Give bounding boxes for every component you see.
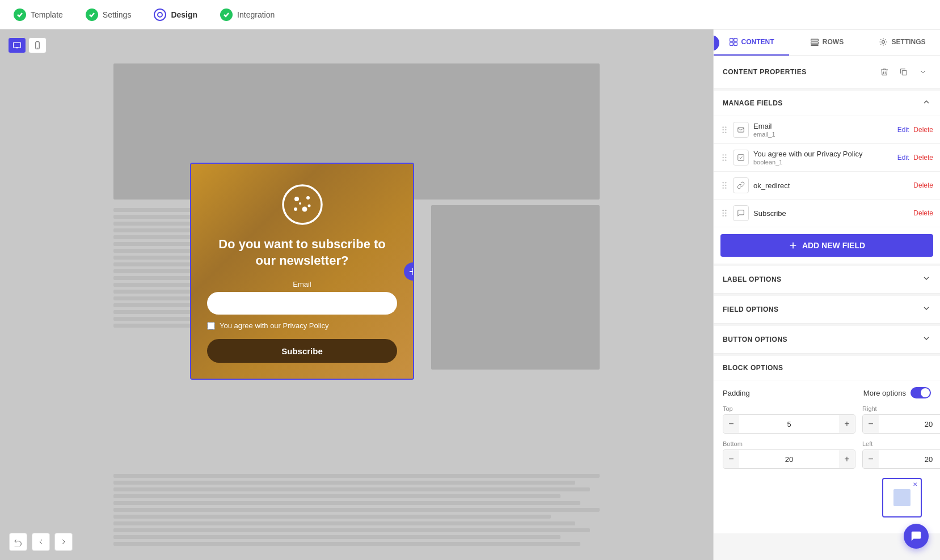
nav-step-template[interactable]: Template (14, 9, 63, 21)
privacy-checkbox[interactable] (207, 322, 215, 330)
desktop-view-button[interactable] (8, 37, 26, 53)
redirect-delete-button[interactable]: Delete (913, 181, 933, 189)
manage-fields-section: MANAGE FIELDS Email (714, 91, 940, 264)
popup-submit-button[interactable]: Subscribe (207, 339, 397, 363)
cookie-icon-wrapper (207, 182, 397, 227)
chat-bubble-button[interactable] (904, 524, 929, 549)
subscribe-field-name: Subscribe (753, 209, 909, 218)
email-type-icon (733, 122, 749, 138)
content-props-copy-button[interactable] (896, 64, 912, 80)
padding-top-label: Top (723, 405, 855, 412)
padding-bottom-input-row: − + (723, 449, 855, 469)
svg-point-39 (723, 185, 724, 186)
privacy-edit-button[interactable]: Edit (897, 154, 909, 162)
email-edit-button[interactable]: Edit (897, 126, 909, 134)
more-options-toggle[interactable] (911, 387, 931, 398)
padding-bottom-decrease-button[interactable]: − (723, 450, 739, 468)
field-drag-handle-email[interactable] (720, 126, 728, 134)
svg-point-31 (725, 154, 726, 155)
field-options-chevron-icon (922, 304, 931, 315)
svg-rect-1 (14, 43, 21, 48)
padding-bottom-increase-button[interactable]: + (839, 450, 855, 468)
right-panel: CONTENT ROWS SETTINGS CONTENT PROPERTIES (713, 29, 940, 560)
padding-visual-close-icon[interactable]: ✕ (913, 481, 917, 487)
svg-point-11 (307, 205, 310, 207)
svg-point-48 (725, 215, 726, 217)
subscribe-delete-button[interactable]: Delete (913, 209, 933, 217)
padding-right-input[interactable] (879, 415, 940, 433)
tab-content[interactable]: CONTENT (714, 29, 789, 56)
svg-rect-15 (734, 39, 737, 42)
padding-left-decrease-button[interactable]: − (863, 450, 879, 468)
privacy-delete-button[interactable]: Delete (913, 154, 933, 162)
content-props-collapse-button[interactable] (915, 64, 931, 80)
undo-button[interactable] (9, 533, 27, 551)
svg-point-33 (725, 157, 726, 158)
back-button[interactable] (32, 533, 50, 551)
padding-left-input-row: − + (862, 449, 940, 469)
field-drag-handle-redirect[interactable] (720, 181, 728, 189)
svg-point-43 (723, 210, 724, 211)
padding-bottom-input[interactable] (739, 450, 839, 468)
svg-rect-18 (811, 39, 818, 41)
canvas-bottom-lines (113, 471, 600, 549)
svg-point-32 (723, 157, 724, 158)
content-properties-actions (876, 64, 931, 80)
tab-rows-label: ROWS (823, 38, 844, 46)
popup-background: Do you want to subscribe to our newslett… (191, 164, 413, 379)
nav-step-integration[interactable]: Integration (220, 9, 275, 21)
forward-button[interactable] (54, 533, 73, 551)
field-options-header[interactable]: FIELD OPTIONS (714, 296, 940, 323)
svg-point-9 (302, 207, 307, 212)
field-drag-handle-subscribe[interactable] (720, 209, 728, 217)
padding-top-decrease-button[interactable]: − (723, 415, 739, 433)
svg-rect-29 (738, 128, 744, 132)
field-item-subscribe: Subscribe Delete (714, 200, 940, 227)
padding-inputs-grid: Top − + Right − + Bottom (714, 405, 940, 478)
padding-bottom-group: Bottom − + (723, 440, 855, 469)
button-options-header[interactable]: BUTTON OPTIONS (714, 326, 940, 353)
nav-step-design[interactable]: Design (154, 9, 197, 21)
checkbox-type-icon (733, 150, 749, 166)
design-label: Design (171, 10, 197, 19)
template-label: Template (31, 10, 63, 19)
nav-step-settings[interactable]: Settings (86, 9, 132, 21)
button-options-title: BUTTON OPTIONS (723, 336, 787, 343)
email-delete-button[interactable]: Delete (913, 126, 933, 134)
tab-content-label: CONTENT (741, 38, 774, 46)
popup-email-input[interactable] (207, 292, 397, 315)
padding-visual: ✕ (882, 478, 922, 517)
svg-point-7 (294, 197, 299, 201)
view-toggle (8, 37, 47, 53)
redirect-field-name: ok_redirect (753, 181, 909, 190)
popup-add-element-button[interactable] (404, 262, 414, 281)
add-new-field-button[interactable]: ADD NEW FIELD (720, 234, 933, 257)
padding-left-input[interactable] (879, 450, 940, 468)
tab-settings-label: SETTINGS (891, 38, 925, 46)
padding-left-group: Left − + (862, 440, 940, 469)
manage-fields-chevron-up-icon (922, 97, 931, 109)
email-field-actions: Edit Delete (897, 126, 933, 134)
svg-point-45 (723, 213, 724, 214)
padding-top-input[interactable] (739, 415, 839, 433)
mobile-view-button[interactable] (28, 37, 47, 53)
integration-check-icon (220, 9, 233, 21)
padding-right-decrease-button[interactable]: − (863, 415, 879, 433)
tab-rows[interactable]: ROWS (789, 29, 865, 56)
field-drag-handle-privacy[interactable] (720, 154, 728, 162)
subscribe-type-icon (733, 205, 749, 221)
template-check-icon (14, 9, 26, 21)
label-options-header[interactable]: LABEL OPTIONS (714, 266, 940, 293)
toggle-knob (921, 388, 930, 397)
email-field-key: email_1 (753, 131, 893, 138)
privacy-label: You agree with our Privacy Policy (220, 321, 328, 330)
manage-fields-header[interactable]: MANAGE FIELDS (714, 91, 940, 116)
padding-label: Padding (723, 389, 750, 397)
content-properties-title: CONTENT PROPERTIES (723, 68, 807, 76)
content-props-delete-button[interactable] (876, 64, 892, 80)
tab-settings[interactable]: SETTINGS (865, 29, 940, 56)
svg-point-8 (306, 196, 310, 200)
svg-point-0 (158, 12, 162, 17)
padding-top-increase-button[interactable]: + (839, 415, 855, 433)
svg-rect-22 (902, 70, 907, 75)
